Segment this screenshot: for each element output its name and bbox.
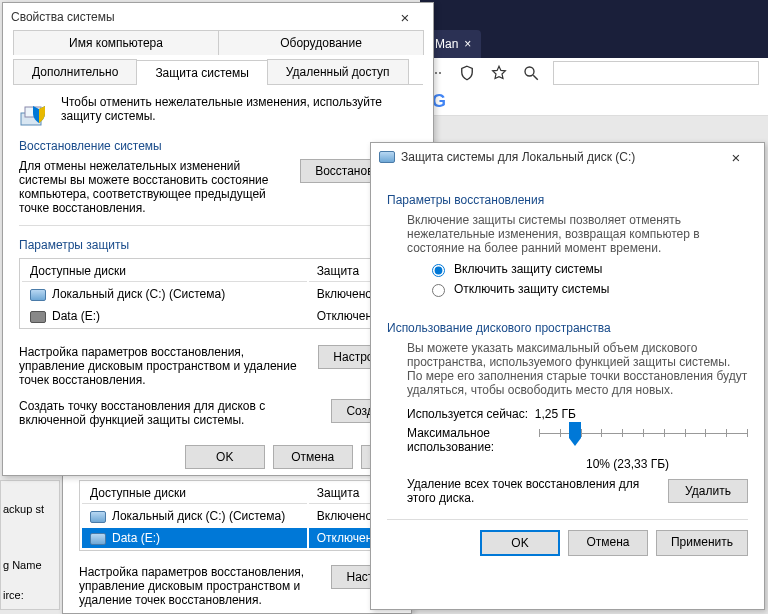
col-disks: Доступные диски	[22, 261, 307, 282]
titlebar: Защита системы для Локальный диск (C:) ×	[371, 143, 764, 171]
disk-icon	[30, 289, 46, 301]
params-heading: Параметры защиты	[19, 238, 417, 252]
table-row[interactable]: Локальный диск (C:) (Система)Включено	[22, 284, 414, 304]
close-icon[interactable]: ×	[716, 149, 756, 166]
restore-text: Для отмены нежелательных изменений систе…	[19, 159, 288, 215]
delete-button[interactable]: Удалить	[668, 479, 748, 503]
restore-params-heading: Параметры восстановления	[387, 193, 748, 207]
table-row[interactable]: Локальный диск (C:) (Система)Включено	[82, 506, 392, 526]
shield-icon	[19, 95, 51, 127]
create-text: Создать точку восстановления для дисков …	[19, 399, 319, 427]
bg-label: irce:	[1, 585, 59, 605]
used-now-value: 1,25 ГБ	[535, 407, 576, 421]
disk-icon	[90, 533, 106, 545]
configure-text-bg: Настройка параметров восстановления, упр…	[79, 565, 319, 607]
cancel-button[interactable]: Отмена	[273, 445, 353, 469]
delete-text: Удаление всех точек восстановления для э…	[407, 477, 656, 505]
radio-enable-protection[interactable]: Включить защиту системы	[427, 261, 748, 277]
tab-hardware[interactable]: Оборудование	[218, 30, 424, 55]
configure-text: Настройка параметров восстановления, упр…	[19, 345, 306, 387]
used-now-label: Используется сейчас:	[407, 407, 528, 421]
tab-remote[interactable]: Удаленный доступ	[267, 59, 409, 84]
bg-label: g Name	[1, 555, 59, 575]
table-row[interactable]: Data (E:)Отключено	[22, 306, 414, 326]
disk-table: Доступные дискиЗащита Локальный диск (C:…	[19, 258, 417, 329]
apply-button[interactable]: Применить	[656, 530, 748, 556]
max-usage-slider[interactable]	[539, 425, 748, 455]
ok-button[interactable]: OK	[185, 445, 265, 469]
restore-heading: Восстановление системы	[19, 139, 417, 153]
tab-title: Man	[435, 37, 458, 51]
bookmark-star-icon[interactable]	[490, 64, 508, 82]
radio-disable-protection[interactable]: Отключить защиту системы	[427, 281, 748, 297]
browser-chrome: Man × ⋯	[420, 0, 768, 88]
cancel-button[interactable]: Отмена	[568, 530, 648, 556]
tab-advanced[interactable]: Дополнительно	[13, 59, 137, 84]
bg-sysprops-fragment: Доступные дискиЗащита Локальный диск (C:…	[62, 476, 412, 614]
google-bar: G	[420, 88, 768, 116]
tab-system-protection[interactable]: Защита системы	[136, 60, 267, 85]
shield-tracking-icon[interactable]	[458, 64, 476, 82]
svg-line-1	[533, 75, 538, 80]
tab-computer-name[interactable]: Имя компьютера	[13, 30, 219, 55]
toolbar: ⋯	[420, 58, 768, 88]
tab-close-icon[interactable]: ×	[464, 37, 471, 51]
table-row[interactable]: Data (E:)Отключено	[82, 528, 392, 548]
svg-point-0	[525, 67, 534, 76]
ok-button[interactable]: OK	[480, 530, 560, 556]
close-icon[interactable]: ×	[385, 9, 425, 26]
disk-usage-heading: Использование дискового пространства	[387, 321, 748, 335]
radio-input[interactable]	[432, 264, 445, 277]
protection-dialog: Защита системы для Локальный диск (C:) ×…	[370, 142, 765, 610]
slider-thumb-icon[interactable]	[567, 422, 583, 448]
restore-params-text: Включение защиты системы позволяет отмен…	[407, 213, 748, 255]
window-title: Защита системы для Локальный диск (C:)	[401, 150, 716, 164]
max-usage-value: 10% (23,33 ГБ)	[507, 457, 748, 471]
search-icon[interactable]	[522, 64, 540, 82]
max-usage-label1: Максимальное	[407, 426, 527, 440]
radio-input[interactable]	[432, 284, 445, 297]
disk-icon	[30, 311, 46, 323]
info-text: Чтобы отменить нежелательные изменения, …	[61, 95, 417, 123]
titlebar: Свойства системы ×	[3, 3, 433, 31]
disk-icon	[90, 511, 106, 523]
bg-panel-fragment: ackup st g Name irce:	[0, 480, 60, 610]
search-input[interactable]	[554, 62, 758, 84]
window-title: Свойства системы	[11, 10, 385, 24]
col-disks: Доступные диски	[82, 483, 307, 504]
max-usage-label2: использование:	[407, 440, 527, 454]
disk-usage-text: Вы можете указать максимальный объем дис…	[407, 341, 748, 397]
disk-table-bg: Доступные дискиЗащита Локальный диск (C:…	[79, 480, 395, 551]
google-logo: G	[432, 91, 446, 112]
disk-icon	[379, 151, 395, 163]
bg-label: ackup st	[1, 499, 59, 519]
